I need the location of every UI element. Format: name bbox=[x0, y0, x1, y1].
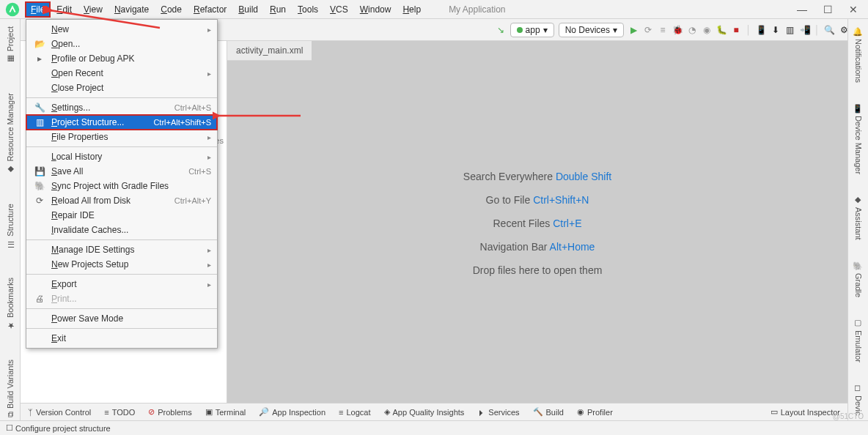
tool-bookmarks[interactable]: ★Bookmarks bbox=[5, 278, 15, 330]
bottom-tool-strip: ᛉ Version Control ≡ TODO ⊘ Problems ▣ Te… bbox=[21, 403, 847, 420]
menu-open-recent[interactable]: Open Recent▸ bbox=[26, 66, 217, 81]
tool-resource-manager[interactable]: ◆Resource Manager bbox=[5, 93, 15, 174]
menu-window[interactable]: Window bbox=[354, 1, 397, 18]
window-controls: — ☐ ✕ bbox=[797, 4, 868, 15]
menu-help[interactable]: Help bbox=[397, 1, 427, 18]
hint-search-everywhere: Search Everywhere Double Shift bbox=[463, 171, 611, 182]
hint-nav-bar: Navigation Bar Alt+Home bbox=[480, 241, 595, 253]
tool-device[interactable]: ◻Devic bbox=[853, 383, 863, 416]
menu-navigate[interactable]: Navigate bbox=[108, 1, 155, 18]
menu-print[interactable]: 🖨Print... bbox=[26, 291, 217, 306]
menu-close-project[interactable]: Close Project bbox=[26, 81, 217, 95]
menu-refactor[interactable]: Refactor bbox=[188, 1, 232, 18]
menu-edit[interactable]: Edit bbox=[51, 1, 78, 18]
menu-file[interactable]: File bbox=[25, 1, 51, 18]
tool-emulator[interactable]: ▢Emulator bbox=[853, 318, 863, 362]
file-menu-dropdown: New▸ 📂Open... ▸Profile or Debug APK Open… bbox=[26, 19, 218, 349]
bottom-quality[interactable]: ◈ App Quality Insights bbox=[384, 407, 465, 417]
device-selector[interactable]: No Devices ▾ bbox=[559, 23, 624, 37]
menu-invalidate-caches[interactable]: Invalidate Caches... bbox=[26, 223, 217, 237]
search-icon[interactable]: 🔍 bbox=[824, 25, 834, 35]
stop-icon[interactable]: ■ bbox=[731, 25, 741, 35]
run-icon[interactable]: ▶ bbox=[628, 25, 639, 35]
bottom-todo[interactable]: ≡ TODO bbox=[104, 408, 135, 417]
menu-sync-gradle[interactable]: 🐘Sync Project with Gradle Files bbox=[26, 179, 217, 193]
sync-icon[interactable]: ↘ bbox=[496, 25, 506, 35]
device-icon[interactable]: 📲 bbox=[800, 25, 810, 35]
menu-open[interactable]: 📂Open... bbox=[26, 37, 217, 51]
status-bar: ☐ Configure project structure bbox=[0, 420, 868, 435]
apply-code-icon[interactable]: ≡ bbox=[658, 25, 668, 35]
tool-structure[interactable]: ☰Structure bbox=[5, 204, 15, 249]
editor-area: activity_main.xml Search Everywhere Doub… bbox=[227, 41, 847, 406]
menu-run[interactable]: Run bbox=[264, 1, 292, 18]
menu-reload-disk[interactable]: ⟳Reload All from DiskCtrl+Alt+Y bbox=[26, 193, 217, 208]
bottom-services[interactable]: ⏵ Services bbox=[477, 408, 519, 417]
android-studio-logo bbox=[4, 1, 21, 18]
menu-power-save[interactable]: Power Save Mode bbox=[26, 311, 217, 326]
minimize-button[interactable]: — bbox=[797, 4, 807, 15]
bottom-build[interactable]: 🔨 Build bbox=[533, 407, 564, 417]
menu-project-structure[interactable]: ▥Project Structure...Ctrl+Alt+Shift+S bbox=[26, 115, 217, 130]
close-button[interactable]: ✕ bbox=[849, 4, 858, 15]
tool-project[interactable]: ▦Project bbox=[5, 26, 15, 64]
menu-tools[interactable]: Tools bbox=[292, 1, 324, 18]
debug-icon[interactable]: 🐞 bbox=[672, 25, 683, 35]
bottom-terminal[interactable]: ▣ Terminal bbox=[205, 407, 246, 417]
hint-drop-files: Drop files here to open them bbox=[473, 264, 603, 276]
bottom-problems[interactable]: ⊘ Problems bbox=[148, 407, 191, 417]
right-tool-strip: 🔔Notifications 📱Device Manager ◆Assistan… bbox=[847, 19, 868, 420]
maximize-button[interactable]: ☐ bbox=[823, 4, 833, 15]
bottom-logcat[interactable]: ≡ Logcat bbox=[339, 408, 370, 417]
menu-profile-apk[interactable]: ▸Profile or Debug APK bbox=[26, 51, 217, 66]
left-tool-strip: ▦Project ◆Resource Manager ☰Structure ★B… bbox=[0, 19, 21, 420]
bottom-app-inspection[interactable]: 🔎 App Inspection bbox=[259, 407, 326, 417]
menu-settings[interactable]: 🔧Settings...Ctrl+Alt+S bbox=[26, 100, 217, 115]
menu-vcs[interactable]: VCS bbox=[324, 1, 354, 18]
status-square-icon[interactable]: ☐ bbox=[6, 423, 13, 433]
app-title: My Application bbox=[449, 4, 505, 15]
menu-exit[interactable]: Exit bbox=[26, 331, 217, 346]
tool-notifications[interactable]: 🔔Notifications bbox=[853, 26, 863, 83]
menu-export[interactable]: Export▸ bbox=[26, 277, 217, 291]
tool-assistant[interactable]: ◆Assistant bbox=[853, 195, 863, 240]
menu-view[interactable]: View bbox=[78, 1, 108, 18]
tool-gradle[interactable]: 🐘Gradle bbox=[853, 261, 863, 297]
hint-goto-file: Go to File Ctrl+Shift+N bbox=[486, 194, 589, 206]
attach-debug-icon[interactable]: 🐛 bbox=[716, 25, 727, 35]
run-config-selector[interactable]: app ▾ bbox=[510, 23, 554, 37]
menu-file-properties[interactable]: File Properties▸ bbox=[26, 130, 217, 144]
avd-icon[interactable]: 📱 bbox=[756, 25, 766, 35]
resource-icon[interactable]: ▥ bbox=[785, 25, 795, 35]
menu-new-projects-setup[interactable]: New Projects Setup▸ bbox=[26, 257, 217, 272]
sdk-icon[interactable]: ⬇ bbox=[770, 25, 781, 35]
watermark: @51CTO bbox=[833, 412, 864, 420]
svg-point-0 bbox=[6, 2, 19, 15]
menubar: File Edit View Navigate Code Refactor Bu… bbox=[0, 0, 868, 19]
menu-code[interactable]: Code bbox=[155, 1, 188, 18]
bottom-vcs[interactable]: ᛉ Version Control bbox=[28, 408, 91, 417]
editor-tab[interactable]: activity_main.xml bbox=[227, 41, 312, 61]
bottom-layout-inspector[interactable]: ▭ Layout Inspector bbox=[770, 407, 840, 417]
menu-new[interactable]: New▸ bbox=[26, 22, 217, 37]
coverage-icon[interactable]: ◔ bbox=[687, 25, 697, 35]
bottom-profiler[interactable]: ◉ Profiler bbox=[577, 407, 613, 417]
tool-device-manager[interactable]: 📱Device Manager bbox=[853, 103, 863, 174]
profile-icon[interactable]: ◉ bbox=[702, 25, 712, 35]
menu-manage-ide-settings[interactable]: Manage IDE Settings▸ bbox=[26, 242, 217, 257]
menu-repair-ide[interactable]: Repair IDE bbox=[26, 208, 217, 223]
menu-local-history[interactable]: Local History▸ bbox=[26, 149, 217, 164]
hint-recent-files: Recent Files Ctrl+E bbox=[493, 218, 582, 229]
menu-save-all[interactable]: 💾Save AllCtrl+S bbox=[26, 164, 217, 179]
apply-changes-icon[interactable]: ⟳ bbox=[643, 25, 653, 35]
status-text: Configure project structure bbox=[15, 424, 111, 433]
tool-build-variants[interactable]: ⧉Build Variants bbox=[6, 360, 15, 417]
menu-build[interactable]: Build bbox=[232, 1, 264, 18]
